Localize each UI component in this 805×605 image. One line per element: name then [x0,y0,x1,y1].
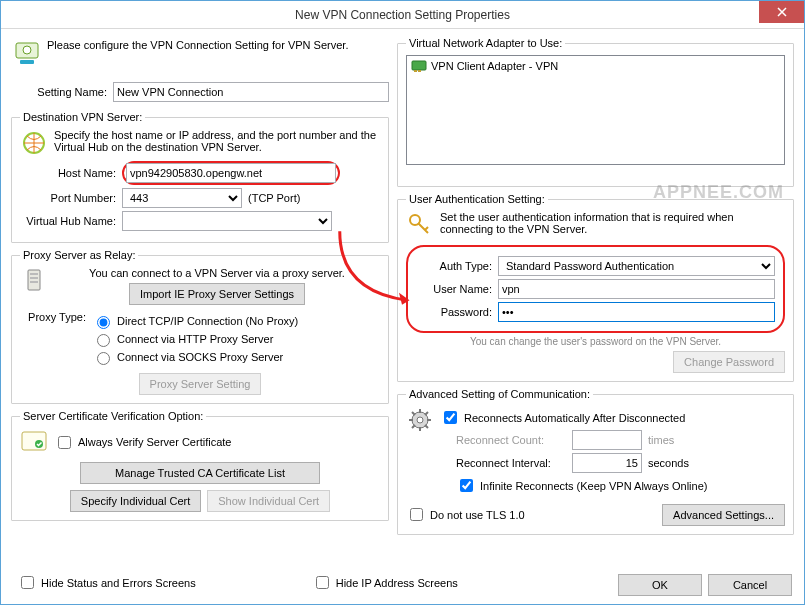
auth-legend: User Authentication Setting: [406,193,548,205]
reconnect-interval-input[interactable] [572,453,642,473]
always-verify-checkbox[interactable]: Always Verify Server Certificate [54,433,231,452]
proxy-fieldset: Proxy Server as Relay: You can connect t… [11,249,389,404]
server-icon [20,267,48,295]
adapter-fieldset: Virtual Network Adapter to Use: VPN Clie… [397,37,794,187]
reconnect-count-input [572,430,642,450]
advanced-legend: Advanced Setting of Communication: [406,388,593,400]
proxy-http-radio[interactable]: Connect via HTTP Proxy Server [92,331,298,347]
proxy-legend: Proxy Server as Relay: [20,249,138,261]
right-column: Virtual Network Adapter to Use: VPN Clie… [397,37,794,596]
hide-status-checkbox[interactable]: Hide Status and Errors Screens [17,573,196,592]
hide-ip-checkbox[interactable]: Hide IP Address Screens [312,573,458,592]
certificate-icon [20,428,48,456]
port-select[interactable]: 443 [122,188,242,208]
destination-desc: Specify the host name or IP address, and… [54,129,380,153]
proxy-type-label: Proxy Type: [20,311,86,367]
manage-ca-button[interactable]: Manage Trusted CA Certificate List [80,462,320,484]
vpn-server-icon [13,39,41,67]
left-column: Please configure the VPN Connection Sett… [11,37,389,596]
vhub-select[interactable] [122,211,332,231]
auth-hint: You can change the user's password on th… [406,336,785,347]
setting-name-input[interactable] [113,82,389,102]
destination-fieldset: Destination VPN Server: Specify the host… [11,111,389,243]
auth-desc: Set the user authentication information … [440,211,785,235]
no-tls-checkbox[interactable]: Do not use TLS 1.0 [406,505,525,524]
adapter-listbox[interactable]: VPN Client Adapter - VPN [406,55,785,165]
certificate-legend: Server Certificate Verification Option: [20,410,206,422]
password-label: Password: [416,306,492,318]
ok-button[interactable]: OK [618,574,702,596]
change-password-button: Change Password [673,351,785,373]
svg-rect-5 [30,273,38,275]
svg-rect-11 [414,70,417,72]
show-cert-button: Show Individual Cert [207,490,330,512]
host-name-label: Host Name: [20,167,116,179]
proxy-setting-button: Proxy Server Setting [139,373,262,395]
window-title: New VPN Connection Setting Properties [295,8,510,22]
certificate-fieldset: Server Certificate Verification Option: … [11,410,389,521]
auth-type-label: Auth Type: [416,260,492,272]
destination-legend: Destination VPN Server: [20,111,145,123]
host-name-input[interactable] [126,163,336,183]
auth-highlight: Auth Type: Standard Password Authenticat… [406,245,785,333]
close-icon [777,7,787,17]
port-label: Port Number: [20,192,116,204]
reconnect-interval-label: Reconnect Interval: [456,457,566,469]
adapter-list-item[interactable]: VPN Client Adapter - VPN [409,58,782,74]
nic-icon [411,59,427,73]
advanced-settings-button[interactable]: Advanced Settings... [662,504,785,526]
reconnect-count-unit: times [648,434,674,446]
proxy-desc: You can connect to a VPN Server via a pr… [54,267,380,279]
svg-rect-10 [412,61,426,70]
svg-rect-12 [418,70,421,72]
titlebar: New VPN Connection Setting Properties [1,1,804,29]
proxy-direct-radio[interactable]: Direct TCP/IP Connection (No Proxy) [92,313,298,329]
adapter-legend: Virtual Network Adapter to Use: [406,37,565,49]
host-highlight [122,161,340,185]
specify-cert-button[interactable]: Specify Individual Cert [70,490,201,512]
dialog-window: New VPN Connection Setting Properties Pl… [0,0,805,605]
close-button[interactable] [759,1,804,23]
svg-rect-8 [22,432,46,450]
import-ie-proxy-button[interactable]: Import IE Proxy Server Settings [129,283,305,305]
auth-fieldset: User Authentication Setting: Set the use… [397,193,794,382]
advanced-fieldset: Advanced Setting of Communication: Recon… [397,388,794,535]
svg-point-15 [417,417,423,423]
tcp-port-label: (TCP Port) [248,192,300,204]
gear-icon [406,406,434,434]
username-label: User Name: [416,283,492,295]
infinite-reconnect-checkbox[interactable]: Infinite Reconnects (Keep VPN Always Onl… [456,476,785,495]
globe-icon [20,129,48,157]
setting-name-label: Setting Name: [11,86,107,98]
svg-rect-7 [30,281,38,283]
reconnect-interval-unit: seconds [648,457,689,469]
svg-rect-6 [30,277,38,279]
svg-point-2 [23,46,31,54]
proxy-socks-radio[interactable]: Connect via SOCKS Proxy Server [92,349,298,365]
vhub-label: Virtual Hub Name: [20,215,116,227]
username-input[interactable] [498,279,775,299]
top-instruction: Please configure the VPN Connection Sett… [47,39,348,51]
reconnect-auto-checkbox[interactable]: Reconnects Automatically After Disconnec… [440,408,785,427]
cancel-button[interactable]: Cancel [708,574,792,596]
password-input[interactable] [498,302,775,322]
reconnect-count-label: Reconnect Count: [456,434,566,446]
auth-type-select[interactable]: Standard Password Authentication [498,256,775,276]
keys-icon [406,211,434,239]
svg-rect-1 [20,60,34,64]
